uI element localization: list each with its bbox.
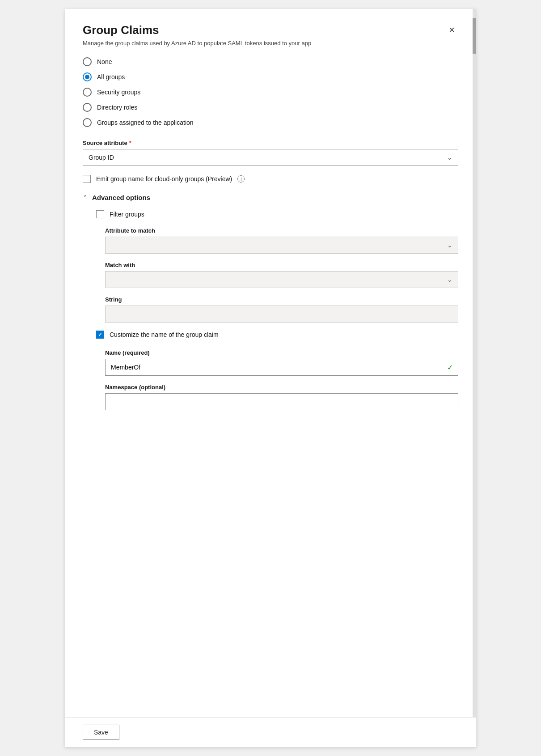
- scrollbar-thumb[interactable]: [473, 18, 476, 54]
- source-attribute-dropdown[interactable]: Group ID ⌄: [83, 149, 458, 166]
- save-button[interactable]: Save: [83, 725, 119, 740]
- filter-groups-label: Filter groups: [110, 211, 144, 218]
- radio-none[interactable]: None: [83, 57, 458, 66]
- string-field: String: [96, 296, 458, 323]
- match-with-label: Match with: [105, 262, 458, 268]
- check-icon: ✓: [447, 363, 453, 372]
- radio-directory-roles-label: Directory roles: [97, 104, 137, 111]
- required-star: *: [129, 140, 131, 146]
- match-with-field: Match with ⌄: [96, 262, 458, 288]
- radio-directory-roles[interactable]: Directory roles: [83, 103, 458, 112]
- group-claims-panel: Group Claims × Manage the group claims u…: [65, 9, 476, 747]
- emit-checkbox-row: Emit group name for cloud-only groups (P…: [83, 175, 458, 183]
- panel-header: Group Claims ×: [83, 23, 458, 37]
- emit-info-icon[interactable]: i: [237, 175, 245, 183]
- emit-checkbox-label: Emit group name for cloud-only groups (P…: [96, 175, 232, 183]
- namespace-input[interactable]: [105, 393, 458, 410]
- radio-all-groups-circle: [83, 72, 92, 81]
- namespace-field-label: Namespace (optional): [105, 384, 458, 391]
- source-attribute-label: Source attribute *: [83, 140, 458, 146]
- customize-name-row: Customize the name of the group claim: [96, 331, 458, 339]
- radio-all-groups-label: All groups: [97, 73, 125, 81]
- match-with-dropdown[interactable]: ⌄: [105, 271, 458, 288]
- panel-title: Group Claims: [83, 23, 159, 37]
- name-field-section: Name (required) ✓: [96, 349, 458, 376]
- name-input[interactable]: [105, 359, 458, 376]
- chevron-down-icon-2: ⌄: [447, 242, 452, 249]
- string-input[interactable]: [105, 306, 458, 323]
- advanced-section: Filter groups Attribute to match ⌄ Match…: [83, 210, 458, 410]
- radio-groups-assigned-label: Groups assigned to the application: [97, 119, 194, 126]
- advanced-toggle-label: Advanced options: [92, 194, 150, 201]
- emit-checkbox[interactable]: [83, 175, 91, 183]
- radio-security-groups-label: Security groups: [97, 89, 140, 96]
- radio-directory-roles-circle: [83, 103, 92, 112]
- scrollbar[interactable]: [473, 9, 476, 747]
- radio-security-groups[interactable]: Security groups: [83, 88, 458, 97]
- source-attribute-value: Group ID: [89, 154, 114, 161]
- chevron-down-icon-3: ⌄: [447, 276, 452, 283]
- radio-security-groups-circle: [83, 88, 92, 97]
- radio-none-label: None: [97, 58, 112, 65]
- attribute-to-match-dropdown[interactable]: ⌄: [105, 237, 458, 254]
- radio-groups-assigned-circle: [83, 118, 92, 127]
- filter-groups-row: Filter groups: [96, 210, 458, 218]
- filter-groups-checkbox[interactable]: [96, 210, 104, 218]
- string-label: String: [105, 296, 458, 303]
- advanced-toggle[interactable]: ⌃ Advanced options: [83, 194, 458, 201]
- customize-name-label: Customize the name of the group claim: [110, 331, 219, 338]
- radio-all-groups[interactable]: All groups: [83, 72, 458, 81]
- radio-none-circle: [83, 57, 92, 66]
- attribute-to-match-label: Attribute to match: [105, 227, 458, 234]
- panel-subtitle: Manage the group claims used by Azure AD…: [83, 40, 458, 47]
- namespace-field-section: Namespace (optional): [96, 384, 458, 410]
- attribute-to-match-field: Attribute to match ⌄: [96, 227, 458, 254]
- radio-groups-assigned[interactable]: Groups assigned to the application: [83, 118, 458, 127]
- name-input-row: ✓: [105, 359, 458, 376]
- panel-footer: Save: [65, 717, 476, 747]
- chevron-up-icon: ⌃: [83, 194, 88, 201]
- chevron-down-icon: ⌄: [447, 154, 452, 161]
- source-attribute-section: Source attribute * Group ID ⌄: [83, 140, 458, 166]
- radio-group: None All groups Security groups Director…: [83, 57, 458, 127]
- name-field-label: Name (required): [105, 349, 458, 356]
- close-button[interactable]: ×: [445, 23, 458, 37]
- customize-name-checkbox[interactable]: [96, 331, 104, 339]
